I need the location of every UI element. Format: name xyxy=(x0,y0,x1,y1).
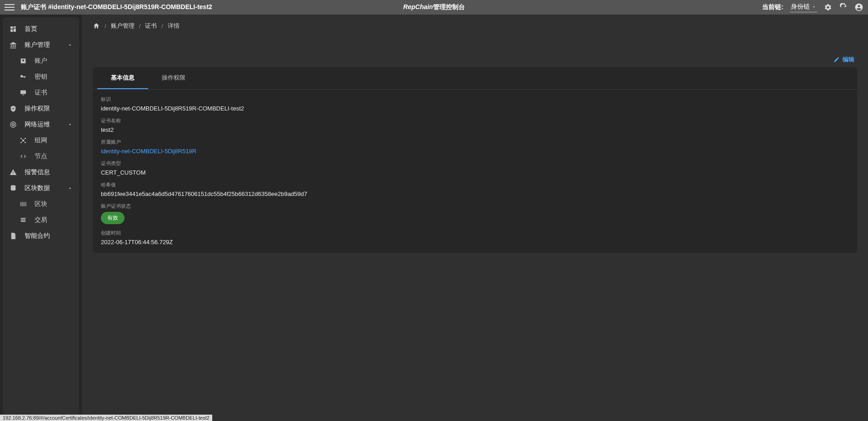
sidebar-item-node[interactable]: 节点 xyxy=(3,148,79,164)
sidebar-item-contract[interactable]: 智能合约 xyxy=(3,228,79,244)
field-label: 证书名称 xyxy=(101,117,849,124)
database-icon xyxy=(9,184,17,192)
chevron-down-icon xyxy=(812,5,816,9)
sidebar-item-net-ops[interactable]: 网络运维 xyxy=(3,116,79,132)
dashboard-icon xyxy=(9,25,17,33)
svg-point-8 xyxy=(11,185,16,187)
sidebar-item-block-data[interactable]: 区块数据 xyxy=(3,180,79,196)
sidebar-item-label: 首页 xyxy=(25,25,37,33)
chevron-up-icon xyxy=(67,42,73,48)
field-status: 账户证书状态 有效 xyxy=(101,203,849,224)
refresh-button[interactable] xyxy=(839,3,848,12)
radar-icon xyxy=(9,120,17,129)
tab-basic-info[interactable]: 基本信息 xyxy=(97,67,148,89)
edit-button[interactable]: 编辑 xyxy=(833,55,854,64)
field-label: 创建时间 xyxy=(101,230,849,236)
shield-icon xyxy=(9,105,17,113)
sidebar-item-label: 区块 xyxy=(35,200,47,208)
settings-button[interactable] xyxy=(823,3,833,12)
field-label: 标识 xyxy=(101,96,849,103)
monitor-icon xyxy=(19,89,27,97)
field-label: 哈希值 xyxy=(101,181,849,188)
sidebar-item-label: 区块数据 xyxy=(25,184,50,192)
topbar: 账户证书 #identity-net-COMBDELI-5Dij8R519R-C… xyxy=(0,0,868,15)
breadcrumb-cert[interactable]: 证书 xyxy=(145,22,157,30)
chain-select[interactable]: 身份链 xyxy=(790,3,817,12)
warning-icon xyxy=(9,168,17,176)
document-icon xyxy=(9,232,17,240)
breadcrumb: / 账户管理 / 证书 / 详情 xyxy=(85,17,865,35)
field-label: 证书类型 xyxy=(101,160,849,167)
svg-point-2 xyxy=(13,124,14,125)
field-value: 2022-06-17T06:44:56.729Z xyxy=(101,239,849,246)
bank-icon xyxy=(9,41,17,49)
sidebar-item-cert[interactable]: 证书 xyxy=(3,85,79,100)
app-title: RepChain管理控制台 xyxy=(403,3,464,11)
sidebar-item-key[interactable]: 密钥 xyxy=(3,69,79,85)
sidebar-item-account-mgmt[interactable]: 账户管理 xyxy=(3,37,79,53)
field-id: 标识 identity-net-COMBDELI-5Dij8R519R-COMB… xyxy=(101,96,849,112)
sidebar-item-block[interactable]: 区块 xyxy=(3,196,79,212)
sidebar-item-label: 账户管理 xyxy=(25,41,50,49)
sidebar-item-alert[interactable]: 报警信息 xyxy=(3,164,79,180)
list-icon xyxy=(19,216,27,224)
account-box-icon xyxy=(19,57,27,65)
sidebar-item-label: 账户 xyxy=(35,57,47,65)
breadcrumb-account-mgmt[interactable]: 账户管理 xyxy=(111,22,135,30)
field-hash: 哈希值 bb691fee3441e5ac4a6d5d47617606151dc5… xyxy=(101,181,849,197)
detail-panel: 编辑 基本信息 操作权限 标识 identity-net-COMBDELI-5D… xyxy=(85,39,865,265)
tabs: 基本信息 操作权限 xyxy=(93,67,857,90)
sidebar-item-label: 交易 xyxy=(35,216,47,224)
sidebar-item-label: 网络运维 xyxy=(25,120,50,129)
owner-account-link[interactable]: identity-net-COMBDELI-5Dij8R519R xyxy=(101,148,849,155)
browser-status-url: 192.168.2.76:89/#/accountCertificates/id… xyxy=(0,415,212,421)
code-icon xyxy=(19,152,27,160)
user-circle-icon xyxy=(854,3,863,12)
gear-icon xyxy=(824,3,832,11)
sidebar-item-label: 密钥 xyxy=(35,73,47,81)
sidebar-item-label: 智能合约 xyxy=(25,232,50,240)
chevron-up-icon xyxy=(67,122,73,127)
detail-card: 基本信息 操作权限 标识 identity-net-COMBDELI-5Dij8… xyxy=(93,67,857,253)
field-value: CERT_CUSTOM xyxy=(101,169,849,176)
field-owner: 所属账户 identity-net-COMBDELI-5Dij8R519R xyxy=(101,139,849,155)
hub-icon xyxy=(19,136,27,145)
field-label: 账户证书状态 xyxy=(101,203,849,210)
sidebar-item-label: 报警信息 xyxy=(25,168,50,176)
refresh-icon xyxy=(839,3,848,11)
sidebar-item-account[interactable]: 账户 xyxy=(3,53,79,69)
menu-toggle-button[interactable] xyxy=(5,2,15,12)
field-value: identity-net-COMBDELI-5Dij8R519R-COMBDEL… xyxy=(101,105,849,112)
breadcrumb-detail: 详情 xyxy=(168,22,180,30)
home-icon[interactable] xyxy=(93,22,100,30)
sidebar-item-home[interactable]: 首页 xyxy=(3,21,79,37)
sidebar-item-label: 节点 xyxy=(35,152,47,160)
account-button[interactable] xyxy=(854,3,863,12)
barcode-icon xyxy=(19,200,27,208)
field-cert-name: 证书名称 test2 xyxy=(101,117,849,133)
chain-selected-value: 身份链 xyxy=(791,3,810,11)
current-chain-label: 当前链: xyxy=(762,3,783,11)
field-value: test2 xyxy=(101,126,849,133)
main-area: / 账户管理 / 证书 / 详情 编辑 基本信息 操作权限 xyxy=(82,15,868,421)
chevron-up-icon xyxy=(67,185,73,191)
sidebar-item-network[interactable]: 组网 xyxy=(3,132,79,148)
pencil-icon xyxy=(833,56,840,63)
sidebar-item-label: 证书 xyxy=(35,89,47,97)
sidebar: 首页 账户管理 账户 密钥 证书 xyxy=(0,15,82,421)
field-label: 所属账户 xyxy=(101,139,849,145)
sidebar-item-label: 组网 xyxy=(35,136,47,145)
field-cert-type: 证书类型 CERT_CUSTOM xyxy=(101,160,849,176)
field-created: 创建时间 2022-06-17T06:44:56.729Z xyxy=(101,230,849,246)
status-badge: 有效 xyxy=(101,212,125,224)
field-value: bb691fee3441e5ac4a6d5d47617606151dc55b4f… xyxy=(101,190,849,197)
key-icon xyxy=(19,73,27,81)
sidebar-item-tx[interactable]: 交易 xyxy=(3,212,79,228)
sidebar-item-op-perm[interactable]: 操作权限 xyxy=(3,100,79,116)
tab-op-perm[interactable]: 操作权限 xyxy=(148,67,199,89)
sidebar-item-label: 操作权限 xyxy=(25,105,50,113)
page-title: 账户证书 #identity-net-COMBDELI-5Dij8R519R-C… xyxy=(21,3,212,11)
